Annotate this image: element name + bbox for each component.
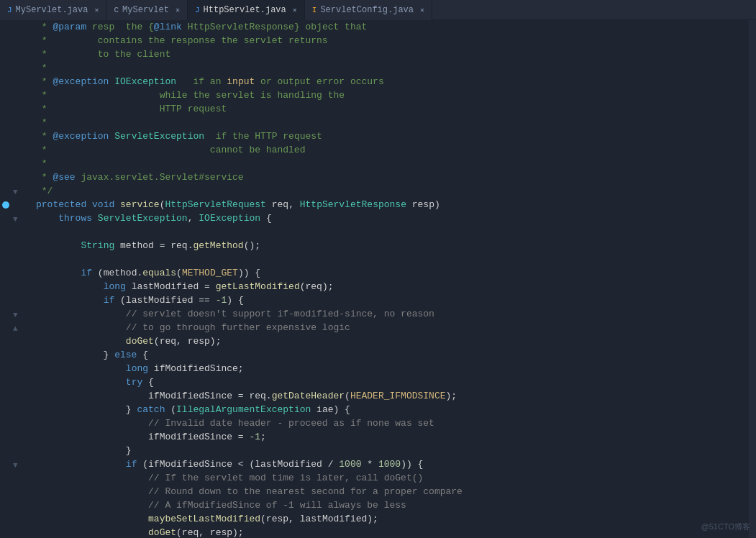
code-line: // Round down to the nearest second for … <box>0 485 756 498</box>
watermark: @51CTO博客 <box>701 521 750 532</box>
code-line <box>0 252 756 266</box>
code-line: } <box>0 444 756 457</box>
code-scroll-area[interactable]: * @param resp the {@link HttpServletResp… <box>0 20 756 538</box>
code-line: if (method.equals(METHOD_GET)) { <box>0 266 756 280</box>
tab-label: ServletConfig.java <box>320 5 414 15</box>
code-line: * while the servlet is handling the <box>0 88 756 102</box>
code-line: * @exception ServletException if the HTT… <box>0 129 756 143</box>
code-line: * <box>0 116 756 129</box>
code-line: * @param resp the {@link HttpServletResp… <box>0 20 756 34</box>
tab-close-icon[interactable]: ✕ <box>293 6 297 14</box>
tab-close-icon[interactable]: ✕ <box>420 6 424 14</box>
tab-label: MyServlet.java <box>16 5 88 15</box>
code-line: ▼ if (ifModifiedSince < (lastModified / … <box>0 457 756 471</box>
code-line: * cannot be handled <box>0 143 756 157</box>
code-line <box>0 225 756 239</box>
code-editor: * @param resp the {@link HttpServletResp… <box>0 20 756 538</box>
breakpoint-indicator <box>2 201 9 209</box>
tab-myservlet[interactable]: C MyServlet ✕ <box>106 0 187 20</box>
tab-label: HttpServlet.java <box>204 5 286 15</box>
code-line: * contains the response the servlet retu… <box>0 34 756 47</box>
code-line: * HTTP request <box>0 102 756 116</box>
code-line: long ifModifiedSince; <box>0 362 756 375</box>
tab-close-icon[interactable]: ✕ <box>176 6 180 14</box>
code-line: // A ifModifiedSince of -1 will always b… <box>0 498 756 512</box>
code-line: ▼ // servlet doesn't support if-modified… <box>0 307 756 321</box>
code-line: ifModifiedSince = -1; <box>0 430 756 444</box>
code-line: // If the servlet mod time is later, cal… <box>0 471 756 485</box>
code-line: protected void service(HttpServletReques… <box>0 198 756 211</box>
tab-servletconfig-java[interactable]: I ServletConfig.java ✕ <box>305 0 432 20</box>
code-line: ▲ // to go through further expensive log… <box>0 321 756 334</box>
code-line: * <box>0 61 756 75</box>
code-line: * @see javax.servlet.Servlet#service <box>0 170 756 184</box>
tab-bar: J MyServlet.java ✕ C MyServlet ✕ J HttpS… <box>0 0 756 20</box>
code-line: } catch (IllegalArgumentException iae) { <box>0 403 756 416</box>
code-line: ▼ */ <box>0 184 756 198</box>
scrollbar[interactable] <box>749 20 756 538</box>
code-line: ifModifiedSince = req.getDateHeader(HEAD… <box>0 389 756 403</box>
code-line: ▼ throws ServletException, IOException { <box>0 211 756 225</box>
tab-httpservlet-java[interactable]: J HttpServlet.java ✕ <box>188 0 305 20</box>
tab-close-icon[interactable]: ✕ <box>94 6 99 14</box>
code-line: * @exception IOException if an input or … <box>0 75 756 88</box>
code-line: maybeSetLastModified(resp, lastModified)… <box>0 512 756 526</box>
tab-label: MyServlet <box>122 5 169 15</box>
code-line: } else { <box>0 348 756 362</box>
code-line: try { <box>0 375 756 389</box>
code-lines: * @param resp the {@link HttpServletResp… <box>0 20 756 538</box>
code-line: long lastModified = getLastModified(req)… <box>0 280 756 293</box>
code-line: * to the client <box>0 47 756 61</box>
tab-myservlet-java[interactable]: J MyServlet.java ✕ <box>0 0 106 20</box>
code-line: doGet(req, resp); <box>0 526 756 538</box>
code-line: String method = req.getMethod(); <box>0 239 756 252</box>
code-line: * <box>0 157 756 170</box>
code-line: if (lastModified == -1) { <box>0 293 756 307</box>
code-line: doGet(req, resp); <box>0 334 756 348</box>
code-line: // Invalid date header - proceed as if n… <box>0 416 756 430</box>
